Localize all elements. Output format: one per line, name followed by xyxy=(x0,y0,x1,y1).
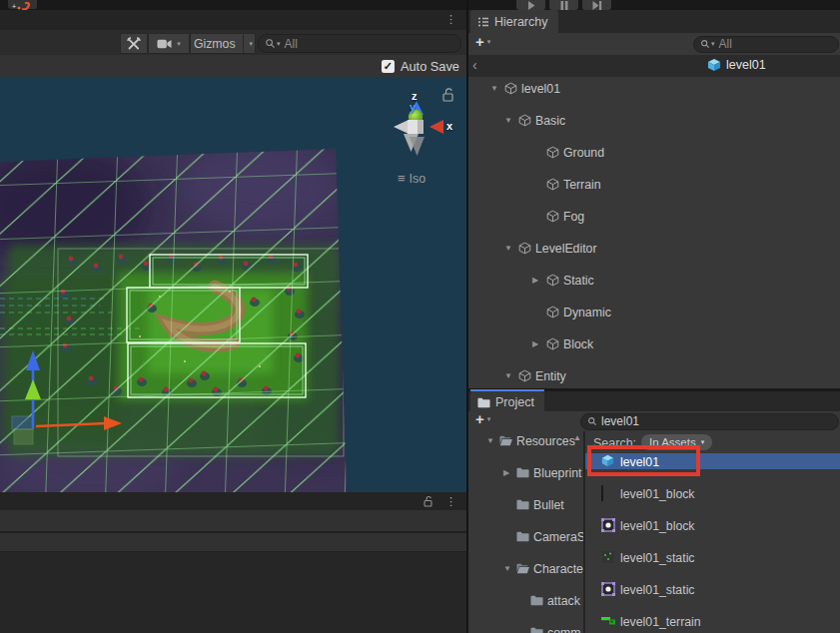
hierarchy-item-fog[interactable]: Fog xyxy=(468,208,840,224)
expand-open-icon[interactable]: ▼ xyxy=(503,564,511,573)
folder-item-comm[interactable]: comm xyxy=(468,624,583,633)
annotation-red-box xyxy=(587,445,700,476)
active-tab-accent xyxy=(470,389,544,391)
folder-item-bullet[interactable]: Bullet xyxy=(468,496,583,512)
search-icon xyxy=(700,39,710,49)
panel-menu-button[interactable]: ⋮ xyxy=(445,496,456,506)
gizmos-dropdown-caret[interactable]: ▾ xyxy=(243,34,260,53)
axis-y-label[interactable]: y xyxy=(410,101,416,113)
panel-lock-icon[interactable] xyxy=(422,495,434,507)
hierarchy-item-ground[interactable]: Ground xyxy=(468,144,840,160)
hierarchy-search-placeholder: All xyxy=(719,37,732,51)
search-icon xyxy=(265,38,276,49)
back-arrow-button[interactable]: ‹ xyxy=(472,57,477,73)
tab-hierarchy[interactable]: Hierarchy xyxy=(470,10,558,33)
play-icon xyxy=(526,1,535,10)
bottom-panel-header: ⋮ xyxy=(0,492,466,510)
scene-camera-button[interactable]: ▾ xyxy=(148,33,190,54)
gameobject-cube-icon xyxy=(518,242,531,255)
main-toolbar: + xyxy=(0,0,840,10)
gameobject-cube-icon xyxy=(546,306,559,318)
camera-dropdown-caret: ▾ xyxy=(177,40,181,48)
folder-icon xyxy=(516,499,529,510)
expand-closed-icon[interactable]: ▶ xyxy=(532,339,538,348)
folder-open-icon xyxy=(516,563,529,574)
project-search-value: level01 xyxy=(601,414,639,428)
project-tab-row: Project xyxy=(468,391,840,411)
folder-item-blueprint[interactable]: ▶ Blueprint xyxy=(468,464,583,480)
scroll-up-arrow[interactable]: ▲ xyxy=(573,433,581,442)
tools-icon xyxy=(127,37,141,51)
create-caret-icon: ▾ xyxy=(487,38,491,46)
scene-tab-menu-button[interactable]: ⋮ xyxy=(445,14,456,24)
pause-button[interactable] xyxy=(549,0,578,10)
expand-open-icon[interactable]: ▼ xyxy=(486,436,494,445)
step-button[interactable] xyxy=(582,0,611,10)
folder-icon xyxy=(530,627,543,633)
context-prefab-label: level01 xyxy=(726,58,766,72)
scope-caret-icon: ▾ xyxy=(701,438,705,446)
folder-item-resources[interactable]: ▼ Resources xyxy=(468,432,583,448)
scene-tools-button[interactable] xyxy=(120,33,148,54)
texture-icon xyxy=(601,485,603,501)
expand-closed-icon[interactable]: ▶ xyxy=(503,468,509,477)
iso-glyph-icon: ≡ xyxy=(398,171,406,186)
folder-item-cameras[interactable]: CameraS xyxy=(468,528,583,544)
scene-toolbar: ▾ Gizmos ▾ ▾ All xyxy=(0,30,466,55)
svg-text:+: + xyxy=(12,3,16,10)
step-icon xyxy=(592,1,602,10)
hierarchy-item-level01[interactable]: ▼ level01 xyxy=(468,80,840,96)
unity-editor-window: + ⋮ xyxy=(0,0,840,633)
prefab-autosave-bar: ✓ Auto Save xyxy=(0,55,466,77)
result-item-level01_static-3[interactable]: level01_static xyxy=(585,549,840,565)
terrain-icon xyxy=(601,614,615,628)
hierarchy-tab-row: Hierarchy xyxy=(468,10,840,33)
play-button[interactable] xyxy=(516,0,545,10)
hierarchy-create-button[interactable]: + ▾ xyxy=(475,35,490,49)
hierarchy-item-terrain[interactable]: Terrain xyxy=(468,176,840,192)
axis-x-label[interactable]: x xyxy=(446,120,452,132)
context-prefab[interactable]: level01 xyxy=(707,58,766,72)
folder-item-attack[interactable]: attack xyxy=(468,592,583,608)
expand-open-icon[interactable]: ▼ xyxy=(490,84,498,93)
result-item-level01_block-2[interactable]: level01_block xyxy=(585,517,840,533)
autosave-checkbox[interactable]: ✓ xyxy=(382,60,395,73)
folder-icon xyxy=(516,531,529,542)
scene-tab-bar: ⋮ xyxy=(0,10,466,31)
tab-project[interactable]: Project xyxy=(470,391,544,412)
expand-open-icon[interactable]: ▼ xyxy=(504,244,512,253)
project-create-button[interactable]: + ▾ xyxy=(475,412,490,426)
hierarchy-item-basic[interactable]: ▼ Basic xyxy=(468,112,840,128)
scene-search-field[interactable]: ▾ All xyxy=(258,34,461,53)
search-icon xyxy=(587,416,597,426)
gameobject-cube-icon xyxy=(518,369,531,382)
result-item-level01_block-1[interactable]: level01_block xyxy=(585,485,840,501)
folder-item-characte[interactable]: ▼ Characte xyxy=(468,560,583,576)
result-item-level01_static-4[interactable]: level01_static xyxy=(585,581,840,597)
hierarchy-item-dynamic[interactable]: Dynamic xyxy=(468,304,840,319)
projection-mode-button[interactable]: ≡ Iso xyxy=(398,171,425,186)
gizmos-button[interactable]: Gizmos ▾ xyxy=(190,33,256,54)
scene-search-placeholder: All xyxy=(285,37,298,51)
scene-render xyxy=(0,77,466,492)
search-filter-caret: ▾ xyxy=(277,40,281,48)
project-folder-tree: ▼ Resources ▶ Blueprint Bullet CameraS ▼… xyxy=(468,431,583,633)
hierarchy-item-entity[interactable]: ▼ Entity xyxy=(468,367,840,383)
hierarchy-search-field[interactable]: ▾ All xyxy=(693,36,839,53)
collab-badge-button[interactable]: + xyxy=(8,0,37,9)
gameobject-cube-icon xyxy=(518,114,531,127)
prefab-cube-icon xyxy=(707,58,721,72)
folder-icon xyxy=(530,595,543,606)
hierarchy-item-leveleditor[interactable]: ▼ LevelEditor xyxy=(468,240,840,256)
result-item-level01_terrain-5[interactable]: level01_terrain xyxy=(585,613,840,629)
project-search-field[interactable]: level01 xyxy=(580,413,839,430)
hierarchy-item-block[interactable]: ▶ Block xyxy=(468,335,840,351)
expand-closed-icon[interactable]: ▶ xyxy=(532,276,538,285)
hierarchy-icon xyxy=(477,16,489,28)
gameobject-cube-icon xyxy=(546,146,559,159)
folder-icon xyxy=(516,467,529,478)
expand-open-icon[interactable]: ▼ xyxy=(504,116,512,125)
expand-open-icon[interactable]: ▼ xyxy=(504,371,512,380)
hierarchy-item-static[interactable]: ▶ Static xyxy=(468,272,840,288)
scene-viewport[interactable]: z y x ≡ Iso xyxy=(0,77,466,492)
